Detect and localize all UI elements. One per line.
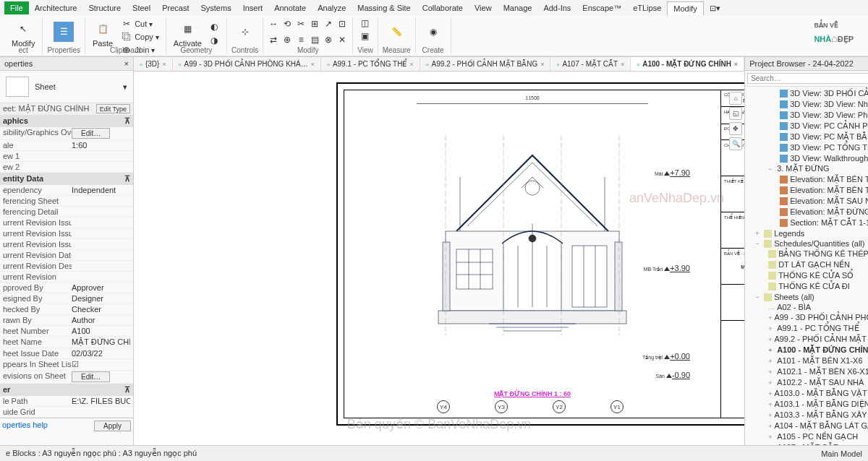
modify-tool-icon[interactable]: ✕ <box>336 34 348 46</box>
tree-node[interactable]: DT LÁT GẠCH NỀN <box>746 259 868 270</box>
tree-node[interactable]: 3D View: PC CẢNH PHÒNG KHÁCH <box>746 121 868 132</box>
ribbon-tab-collaborate[interactable]: Collaborate <box>417 1 469 14</box>
tree-node[interactable]: +A99.2 - PHỐI CẢNH MẶT BẰNG <box>746 334 868 345</box>
nav-pan-icon[interactable]: ✥ <box>729 122 742 135</box>
nav-cube-icon[interactable]: ◱ <box>729 107 742 120</box>
tree-node[interactable]: +A103.3 - MẶT BẰNG XÂY TƯỜNG TẦNG 1 <box>746 410 868 421</box>
create-button[interactable]: ◉ <box>420 20 446 43</box>
tree-node[interactable]: Elevation: MẶT BÊN TRỤC X1-X6 <box>746 174 868 185</box>
geom-btn-1[interactable]: ◐ <box>206 20 222 33</box>
view-tab[interactable]: ▫ A99.2 - PHỐI CẢNH MẶT BẰNG × <box>420 57 551 71</box>
tree-node[interactable]: +A103.0 - MẶT BẰNG VẬT DỤNG <box>746 388 868 399</box>
nav-home-icon[interactable]: ⌂ <box>729 92 742 105</box>
ribbon-tab-analyze[interactable]: Analyze <box>312 1 352 14</box>
tree-node[interactable]: +A99 - 3D PHỐI CẢNH PHÒNG KHÁCH <box>746 312 868 323</box>
tree-node[interactable]: 3D View: PC MẶT BẰNG <box>746 132 868 142</box>
edit-type-button[interactable]: Edit Type <box>96 104 130 113</box>
view-tab[interactable]: ▫ A100 - MẶT ĐỨNG CHÍNH × <box>631 57 744 71</box>
activate-button[interactable]: ▦Activate <box>171 17 205 49</box>
ribbon-tab-manage[interactable]: Manage <box>498 1 538 14</box>
modify-tool-icon[interactable]: ⊡ <box>336 18 348 30</box>
tree-node[interactable]: +A100 - MẶT ĐỨNG CHÍNH <box>746 345 868 356</box>
ribbon-tab-view[interactable]: View <box>469 1 498 14</box>
properties-button[interactable]: ☰ <box>51 20 77 43</box>
tree-node[interactable]: THỐNG KÊ CỬA SỔ <box>746 270 868 281</box>
ribbon-tab-file[interactable]: File <box>4 1 29 14</box>
tree-node[interactable]: −3. MẶT ĐỨNG <box>746 163 868 174</box>
ribbon-tab-massing-site[interactable]: Massing & Site <box>352 1 416 14</box>
view-tab[interactable]: ▫ A107 - MẶT CẮT × <box>550 57 631 71</box>
status-selection: e Blocks : A3 nguyễn ngọc phú : A3 nguyễ… <box>6 449 197 458</box>
ribbon-tab-architecture[interactable]: Architecture <box>29 1 83 14</box>
tree-node[interactable]: −Schedules/Quantities (all) <box>746 238 868 249</box>
view-tab[interactable]: ▫ A99.1 - PC TỔNG THỂ × <box>321 57 420 71</box>
tree-node[interactable]: +A102.2 - MẶT SAU NHÀ <box>746 377 868 388</box>
tree-node[interactable]: Section: MẶT CẮT 1-1 <box>746 217 868 228</box>
modify-tool-icon[interactable]: ≡ <box>295 34 307 46</box>
svg-rect-16 <box>438 311 626 324</box>
cut-button[interactable]: ✂Cut ▾ <box>119 17 161 30</box>
geom-btn-2[interactable]: ◑ <box>206 34 222 47</box>
tree-node[interactable]: Elevation: MẶT BÊN TRỤC X6-X1 <box>746 185 868 196</box>
tree-node[interactable]: +A103.1 - MẶT BẰNG DIỆN TÍCH SỬ DỤNG <box>746 399 868 410</box>
tree-node[interactable]: BẢNG THỐNG KÊ THÉP TỔNG <box>746 249 868 259</box>
modify-tool-icon[interactable]: ⟲ <box>281 18 293 30</box>
tree-node[interactable]: …A02 - BÌA <box>746 302 868 312</box>
tree-node[interactable]: +A102.1 - MẶT BÊN X6-X1 <box>746 366 868 377</box>
properties-help[interactable]: operties help <box>2 421 94 431</box>
ribbon-overflow[interactable]: ⊡▾ <box>704 1 726 15</box>
view-tool-icon[interactable]: ▣ <box>359 30 371 42</box>
tree-node[interactable]: +A104 - MẶT BẰNG LÁT GẠCH NỀN <box>746 421 868 431</box>
ribbon-tab-steel[interactable]: Steel <box>127 1 156 14</box>
nav-zoom-icon[interactable]: 🔍 <box>729 137 742 150</box>
tree-node[interactable]: +A105 - PC NỀN GẠCH <box>746 431 868 442</box>
copy-button[interactable]: ⿻Copy ▾ <box>119 30 161 43</box>
drawing-canvas[interactable]: 11500 <box>134 72 744 446</box>
ribbon-tab-add-ins[interactable]: Add-Ins <box>537 1 576 14</box>
modify-tool-icon[interactable]: ⊕ <box>281 34 293 46</box>
modify-tool-icon[interactable]: ↔ <box>268 18 279 30</box>
modify-button[interactable]: ↖Modify <box>9 17 38 49</box>
tree-node[interactable]: 3D View: Walkthrough 1 <box>746 153 868 163</box>
modify-tool-icon[interactable]: ✂ <box>295 18 307 30</box>
element-type[interactable]: Sheet <box>35 82 56 91</box>
tree-node[interactable]: −Sheets (all) <box>746 292 868 302</box>
modify-tool-icon[interactable]: ↗ <box>323 18 334 30</box>
measure-button[interactable]: 📏 <box>383 20 409 43</box>
tree-node[interactable]: 3D View: 3D View: Nhà bếp <box>746 99 868 110</box>
sheet-type-icon <box>6 77 29 97</box>
modify-tool-icon[interactable]: ▤ <box>309 34 320 46</box>
modify-tool-icon[interactable]: ⊗ <box>323 34 334 46</box>
tree-node[interactable]: Elevation: MẶT ĐỨNG CHÍNH <box>746 207 868 217</box>
controls-btn[interactable]: ⊹ <box>237 25 253 38</box>
ribbon-tab-precast[interactable]: Precast <box>156 1 195 14</box>
elevation-drawing: Mái +7.90MB Trần +3.90Tầng trệt +0.00Sân… <box>417 134 648 336</box>
tree-node[interactable]: Elevation: MẶT SAU NHÀ <box>746 196 868 207</box>
tree-node[interactable]: THỐNG KÊ CỬA ĐI <box>746 281 868 292</box>
ribbon-tabs: FileArchitectureStructureSteelPrecastSys… <box>0 0 868 16</box>
apply-button[interactable]: Apply <box>94 421 131 431</box>
level-marker: Mái +7.90 <box>655 168 690 177</box>
view-tab[interactable]: ▫ {3D} × <box>134 57 173 71</box>
view-tool-icon[interactable]: ◫ <box>359 17 371 29</box>
ribbon-tab-structure[interactable]: Structure <box>82 1 127 14</box>
modify-tool-icon[interactable]: ⊞ <box>309 18 320 30</box>
ribbon-tab-systems[interactable]: Systems <box>195 1 237 14</box>
search-input[interactable] <box>747 73 868 84</box>
view-tab[interactable]: ▫ A99 - 3D PHỐI CẢNH PHÒNG KHÁ… × <box>173 57 321 71</box>
modify-tool-icon[interactable]: ⇄ <box>268 34 279 46</box>
ribbon-tab-enscape-[interactable]: Enscape™ <box>576 1 627 14</box>
tree-node[interactable]: 3D View: PC TỔNG THỂ <box>746 142 868 153</box>
tree-node[interactable]: 3D View: 3D PHỐI CẢNH 1 <box>746 88 868 99</box>
ribbon-tab-insert[interactable]: Insert <box>237 1 269 14</box>
ribbon-tab-modify[interactable]: Modify <box>667 1 703 15</box>
tree-node[interactable]: +A101 - MẶT BÊN X1-X6 <box>746 356 868 366</box>
grid-bubble: Y3 <box>495 400 508 413</box>
ribbon-tab-annotate[interactable]: Annotate <box>268 1 312 14</box>
sheet-selector[interactable]: eet: MẶT ĐỨNG CHÍNH <box>3 104 96 113</box>
tree-node[interactable]: 3D View: 3D View: Phòng ngủ <box>746 110 868 121</box>
ribbon-tab-etlipse[interactable]: eTLipse <box>627 1 667 14</box>
close-icon[interactable]: × <box>124 59 129 68</box>
tree-node[interactable]: +A99.1 - PC TỔNG THỂ <box>746 323 868 334</box>
tree-node[interactable]: +Legends <box>746 228 868 238</box>
